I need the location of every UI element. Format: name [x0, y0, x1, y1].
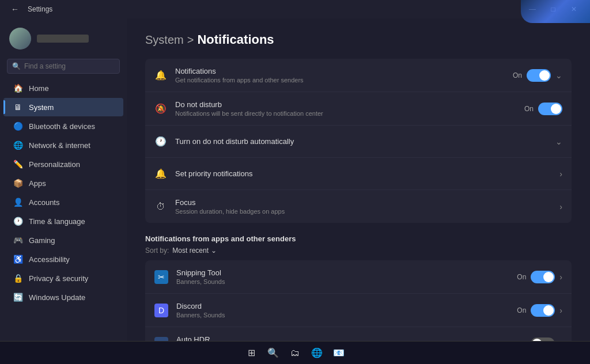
nav-icon-time: 🕐: [13, 216, 23, 226]
nav-label-accessibility: Accessibility: [29, 255, 70, 264]
sidebar-item-home[interactable]: 🏠 Home: [3, 79, 123, 97]
nav-icon-accounts: 👤: [13, 197, 23, 207]
nav-label-personalization: Personalization: [29, 160, 80, 169]
app-subtitle-discord: Banners, Sounds: [176, 312, 509, 318]
sort-select[interactable]: Most recent ⌄: [172, 247, 217, 255]
row-subtitle-notifications: Get notifications from apps and other se…: [175, 77, 505, 84]
title-bar-left: ← Settings: [7, 1, 52, 17]
sort-row: Sort by: Most recent ⌄: [145, 247, 572, 255]
row-subtitle-focus: Session duration, hide badges on apps: [175, 208, 551, 215]
toggle-label-notifications: On: [513, 71, 522, 79]
app-chevron-discord: ›: [559, 306, 562, 315]
toggle-notifications[interactable]: [527, 69, 551, 82]
app-row-snipping[interactable]: ✂ Snipping Tool Banners, Sounds On ›: [145, 260, 572, 294]
sidebar-item-gaming[interactable]: 🎮 Gaming: [3, 231, 123, 249]
sidebar-item-accounts[interactable]: 👤 Accounts: [3, 193, 123, 211]
page-header: System > Notifications: [145, 32, 572, 47]
apps-section-header: Notifications from apps and other sender…: [145, 234, 572, 243]
maximize-button[interactable]: □: [544, 3, 562, 15]
nav-icon-personalization: ✏️: [13, 159, 23, 169]
row-icon-focus: ⏱: [154, 200, 167, 213]
sort-label: Sort by:: [145, 247, 169, 255]
app-toggle-discord[interactable]: [531, 304, 555, 317]
sidebar-item-accessibility[interactable]: ♿ Accessibility: [3, 250, 123, 268]
system-settings-card: 🔔 Notifications Get notifications from a…: [145, 59, 572, 223]
row-icon-dnd: 🔕: [154, 103, 167, 115]
app-name-snipping: Snipping Tool: [176, 268, 509, 277]
app-name-autohdr: Auto HDR: [176, 335, 509, 341]
app-chevron-snipping: ›: [559, 272, 562, 282]
row-icon-priority: 🔔: [154, 168, 167, 180]
nav-icon-network: 🌐: [13, 140, 23, 150]
row-icon-auto-dnd: 🕐: [154, 135, 167, 148]
taskbar-icon-4[interactable]: 📧: [330, 344, 348, 362]
taskbar-icon-1[interactable]: 🔍: [264, 344, 282, 362]
row-icon-notifications: 🔔: [154, 69, 167, 82]
row-title-auto-dnd: Turn on do not disturb automatically: [175, 137, 547, 146]
search-icon: 🔍: [12, 62, 21, 70]
app-icon-discord: D: [154, 304, 168, 317]
nav-icon-gaming: 🎮: [13, 235, 23, 245]
taskbar-icons: ⊞🔍🗂🌐📧: [242, 344, 348, 362]
sidebar-item-time[interactable]: 🕐 Time & language: [3, 212, 123, 230]
nav-list: 🏠 Home 🖥 System 🔵 Bluetooth & devices 🌐 …: [0, 78, 127, 307]
row-title-notifications: Notifications: [175, 67, 505, 75]
settings-row-dnd[interactable]: 🔕 Do not disturb Notifications will be s…: [145, 92, 572, 126]
search-bar[interactable]: 🔍: [7, 59, 120, 74]
taskbar: ⊞🔍🗂🌐📧: [0, 341, 590, 364]
settings-row-auto-dnd[interactable]: 🕐 Turn on do not disturb automatically ⌄: [145, 126, 572, 158]
nav-label-bluetooth: Bluetooth & devices: [29, 122, 95, 131]
nav-icon-apps: 📦: [13, 178, 23, 188]
sidebar-item-system[interactable]: 🖥 System: [3, 98, 123, 116]
sidebar-item-network[interactable]: 🌐 Network & internet: [3, 136, 123, 154]
app-row-autohdr[interactable]: H Auto HDR Off Off ›: [145, 327, 572, 341]
page-title: Notifications: [197, 32, 274, 47]
sidebar-item-update[interactable]: 🔄 Windows Update: [3, 288, 123, 306]
nav-icon-system: 🖥: [13, 102, 23, 112]
nav-label-network: Network & internet: [29, 141, 90, 150]
nav-icon-update: 🔄: [13, 292, 23, 302]
row-subtitle-dnd: Notifications will be sent directly to n…: [175, 110, 516, 117]
toggle-label-dnd: On: [524, 105, 534, 113]
sidebar-item-bluetooth[interactable]: 🔵 Bluetooth & devices: [3, 117, 123, 135]
close-button[interactable]: ✕: [565, 3, 583, 15]
settings-row-notifications[interactable]: 🔔 Notifications Get notifications from a…: [145, 59, 572, 92]
sort-value: Most recent: [172, 247, 209, 255]
taskbar-icon-2[interactable]: 🗂: [286, 344, 304, 362]
taskbar-icon-3[interactable]: 🌐: [308, 344, 326, 362]
back-button[interactable]: ←: [7, 1, 23, 17]
minimize-button[interactable]: —: [523, 3, 542, 15]
app-row-discord[interactable]: D Discord Banners, Sounds On ›: [145, 294, 572, 327]
toggle-dnd[interactable]: [538, 103, 562, 115]
nav-label-privacy: Privacy & security: [29, 274, 88, 283]
sidebar-item-personalization[interactable]: ✏️ Personalization: [3, 155, 123, 173]
nav-icon-accessibility: ♿: [13, 254, 23, 264]
breadcrumb-system: System: [145, 33, 184, 47]
nav-label-time: Time & language: [29, 217, 85, 226]
nav-label-system: System: [29, 103, 54, 112]
nav-label-apps: Apps: [29, 179, 46, 188]
app-icon-autohdr: H: [154, 337, 168, 342]
main-panel: System > Notifications 🔔 Notifications G…: [127, 18, 590, 341]
app-body: 🔍 🏠 Home 🖥 System 🔵 Bluetooth & devices …: [0, 18, 590, 341]
settings-row-focus[interactable]: ⏱ Focus Session duration, hide badges on…: [145, 190, 572, 223]
chevron-icon-auto-dnd: ⌄: [555, 137, 562, 146]
row-title-dnd: Do not disturb: [175, 100, 516, 109]
chevron-right-icon-priority: ›: [559, 169, 562, 179]
nav-icon-bluetooth: 🔵: [13, 121, 23, 131]
sidebar-item-privacy[interactable]: 🔒 Privacy & security: [3, 269, 123, 287]
settings-row-priority[interactable]: 🔔 Set priority notifications ›: [145, 158, 572, 190]
sidebar-item-apps[interactable]: 📦 Apps: [3, 174, 123, 192]
app-toggle-label-snipping: On: [517, 273, 526, 281]
row-title-priority: Set priority notifications: [175, 169, 551, 178]
app-toggle-label-discord: On: [517, 306, 526, 314]
title-bar-controls: — □ ✕: [523, 3, 583, 15]
app-icon-snipping: ✂: [154, 270, 168, 284]
taskbar-icon-0[interactable]: ⊞: [242, 344, 260, 362]
search-input[interactable]: [24, 62, 115, 70]
sort-chevron-icon: ⌄: [211, 247, 217, 255]
nav-label-update: Windows Update: [29, 293, 85, 302]
app-toggle-snipping[interactable]: [531, 271, 555, 283]
nav-label-home: Home: [29, 84, 49, 93]
nav-label-gaming: Gaming: [29, 236, 55, 245]
